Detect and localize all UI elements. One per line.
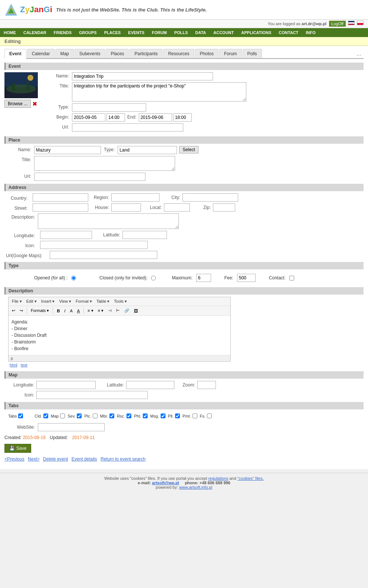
pll-checkbox[interactable]: [175, 413, 180, 418]
map-longitude-input[interactable]: [36, 381, 96, 389]
editor-italic-button[interactable]: I: [62, 308, 67, 314]
editor-bg-color-button[interactable]: A: [75, 308, 82, 314]
map-zoom-input[interactable]: [197, 381, 216, 389]
place-name-input[interactable]: [34, 146, 101, 154]
closed-radio[interactable]: [151, 276, 156, 280]
editor-menu-view[interactable]: View ▾: [57, 298, 73, 305]
street-input[interactable]: [33, 203, 88, 212]
editor-body[interactable]: Agenda: - Dinner - Discussion Draft - Br…: [9, 316, 230, 355]
fs-checkbox[interactable]: [207, 413, 212, 418]
editor-menu-tools[interactable]: Tools ▾: [112, 298, 129, 305]
tab-places[interactable]: Places: [106, 49, 129, 58]
latitude-input[interactable]: [122, 231, 167, 239]
nav-item-account[interactable]: ACCOUNT: [210, 28, 237, 37]
event-name-input[interactable]: [72, 72, 213, 80]
editor-font-color-button[interactable]: A: [68, 308, 74, 314]
nav-item-polls[interactable]: POLLS: [171, 28, 192, 37]
tabs-more[interactable]: ...: [354, 50, 364, 57]
editor-menu-insert[interactable]: Insert ▾: [39, 298, 57, 305]
return-search-link[interactable]: Return to event search: [101, 456, 145, 462]
tab-forum[interactable]: Forum: [219, 49, 242, 58]
tab-participants[interactable]: Participants: [129, 49, 162, 58]
place-type-input[interactable]: [118, 146, 177, 154]
powered-link[interactable]: www.artsoft.info.pl: [179, 485, 212, 489]
fee-input[interactable]: [237, 274, 256, 282]
mbr-checkbox[interactable]: [109, 413, 114, 418]
event-type-input[interactable]: [72, 103, 146, 112]
email-link[interactable]: artsoft@wp.pl: [152, 481, 179, 485]
city-input[interactable]: [183, 193, 238, 202]
logoff-button[interactable]: LogOff: [329, 21, 346, 27]
region-input[interactable]: [111, 193, 160, 202]
text-view-link[interactable]: text: [21, 363, 27, 367]
event-url-input[interactable]: [72, 123, 183, 132]
url-google-input[interactable]: [50, 251, 157, 259]
nav-item-data[interactable]: DATA: [191, 28, 210, 37]
event-title-input[interactable]: Integration trip for the participants of…: [72, 82, 246, 102]
previous-link[interactable]: <Previous: [4, 456, 24, 462]
nav-item-info[interactable]: INFO: [302, 28, 319, 37]
html-view-link[interactable]: html: [10, 363, 17, 367]
contact-checkbox[interactable]: [289, 276, 294, 280]
delete-event-link[interactable]: Delete event: [43, 456, 68, 462]
msg-checkbox[interactable]: [161, 413, 165, 418]
delete-image-icon[interactable]: ✖: [32, 100, 37, 107]
tab-subevents[interactable]: Subevents: [75, 49, 105, 58]
pht-checkbox[interactable]: [143, 413, 148, 418]
tab-photos[interactable]: Photos: [195, 49, 218, 58]
plc-checkbox[interactable]: [93, 413, 98, 418]
editor-bold-button[interactable]: B: [55, 308, 62, 314]
editor-undo-button[interactable]: ↩: [10, 307, 17, 314]
nav-item-calendar[interactable]: CALENDAR: [20, 28, 50, 37]
local-input[interactable]: [164, 203, 190, 212]
editor-outdent-button[interactable]: ⊣: [106, 307, 114, 314]
rsc-checkbox[interactable]: [126, 413, 131, 418]
nav-item-contact[interactable]: CONTACT: [275, 28, 302, 37]
editor-indent-button[interactable]: ⊢: [114, 307, 122, 314]
pmt-checkbox[interactable]: [193, 413, 197, 418]
sev-checkbox[interactable]: [77, 413, 82, 418]
tabs-main-checkbox[interactable]: [18, 413, 23, 418]
editor-bullets-button[interactable]: ≡ ▾: [86, 307, 95, 314]
nav-item-groups[interactable]: GROUPS: [75, 28, 101, 37]
place-title-input[interactable]: [34, 156, 175, 171]
editor-menu-file[interactable]: File ▾: [10, 298, 24, 305]
nav-item-home[interactable]: HOME: [0, 28, 20, 37]
tab-map[interactable]: Map: [55, 49, 73, 58]
regulations-link[interactable]: regulations: [208, 476, 229, 481]
editor-menu-edit[interactable]: Edit ▾: [24, 298, 39, 305]
nav-item-applications[interactable]: APPLICATIONS: [237, 28, 275, 37]
next-link[interactable]: Next>: [28, 456, 40, 462]
tab-resources[interactable]: Resources: [163, 49, 194, 58]
place-select-button[interactable]: Select: [179, 146, 198, 153]
flag-polish[interactable]: [357, 21, 364, 25]
cookies-link[interactable]: "cookies" files.: [237, 476, 264, 481]
browse-button[interactable]: Browse ...: [4, 100, 31, 108]
editor-link-button[interactable]: 🔗: [122, 307, 131, 314]
begin-date-input[interactable]: [72, 113, 105, 122]
editor-menu-format[interactable]: Format ▾: [74, 298, 94, 305]
house-input[interactable]: [111, 203, 141, 212]
editor-numbering-button[interactable]: ≡ ▾: [96, 307, 105, 314]
end-date-input[interactable]: [139, 113, 172, 122]
map-icon-input[interactable]: [36, 391, 148, 399]
editor-menu-table[interactable]: Table ▾: [95, 298, 111, 305]
begin-time-input[interactable]: [106, 113, 125, 122]
icon-input[interactable]: [40, 241, 148, 249]
flag-english[interactable]: [348, 21, 355, 25]
place-url-input[interactable]: [34, 173, 145, 181]
map-latitude-input[interactable]: [126, 381, 174, 389]
nav-item-events[interactable]: EVENTS: [124, 28, 148, 37]
opened-radio[interactable]: [71, 276, 76, 280]
nav-item-friends[interactable]: FRIENDS: [50, 28, 75, 37]
event-details-link[interactable]: Event details: [72, 456, 97, 462]
editor-formats-button[interactable]: Formats ▾: [29, 307, 51, 314]
cld-checkbox[interactable]: [43, 413, 48, 418]
editor-image-button[interactable]: 🖼: [132, 308, 140, 314]
website-input[interactable]: [38, 423, 105, 431]
tab-polls[interactable]: Polls: [243, 49, 262, 58]
zip-input[interactable]: [213, 203, 235, 212]
nav-item-forum[interactable]: FORUM: [148, 28, 170, 37]
tab-calendar[interactable]: Calendar: [27, 49, 55, 58]
country-input[interactable]: [33, 193, 88, 202]
